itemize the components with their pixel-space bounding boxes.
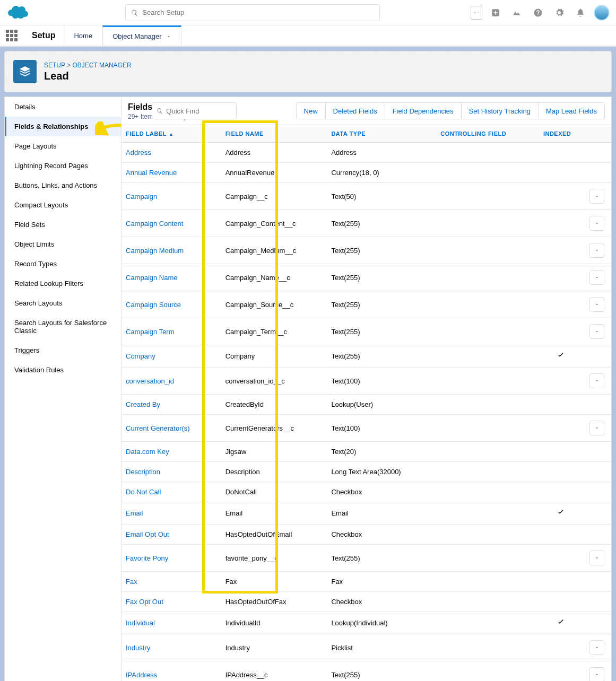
page-header: SETUP > OBJECT MANAGER Lead xyxy=(4,51,612,92)
global-actions-button[interactable] xyxy=(488,5,504,21)
sidebar-item-triggers[interactable]: Triggers xyxy=(5,340,121,360)
col-field-name[interactable]: Field Name xyxy=(221,125,327,143)
indexed-cell xyxy=(539,462,583,482)
sidebar-item-record-types[interactable]: Record Types xyxy=(5,254,121,274)
field-label-link[interactable]: Campaign Name xyxy=(126,274,178,282)
row-actions-menu[interactable] xyxy=(589,373,604,388)
app-launcher[interactable] xyxy=(0,25,23,46)
field-dependencies-button[interactable]: Field Dependencies xyxy=(385,103,461,119)
field-name-cell: Industry xyxy=(221,634,327,661)
breadcrumb-object-manager[interactable]: OBJECT MANAGER xyxy=(73,62,132,69)
field-label-link[interactable]: Campaign xyxy=(126,193,157,200)
controlling-field-cell xyxy=(436,545,539,572)
row-actions-menu[interactable] xyxy=(589,270,604,285)
sidebar-item-details[interactable]: Details xyxy=(5,97,121,117)
field-name-cell: Campaign_Term__c xyxy=(221,318,327,345)
data-type-cell: Text(255) xyxy=(327,237,436,264)
field-label-link[interactable]: IPAddress xyxy=(126,671,157,679)
field-label-link[interactable]: Data.com Key xyxy=(126,448,169,456)
sidebar-item-related-lookup-filters[interactable]: Related Lookup Filters xyxy=(5,274,121,293)
field-label-link[interactable]: Campaign Medium xyxy=(126,247,184,255)
quick-find[interactable] xyxy=(152,102,237,119)
field-label-link[interactable]: Company xyxy=(126,352,155,360)
field-label-link[interactable]: Industry xyxy=(126,644,150,652)
col-field-label[interactable]: Field Label▲ xyxy=(122,125,221,143)
row-actions-menu[interactable] xyxy=(589,216,604,231)
field-label-link[interactable]: Do Not Call xyxy=(126,488,161,496)
row-actions-menu[interactable] xyxy=(589,640,604,655)
quick-find-input[interactable] xyxy=(166,107,232,115)
indexed-cell xyxy=(539,264,583,291)
tab-object-manager[interactable]: Object Manager xyxy=(102,25,181,46)
breadcrumb-setup[interactable]: SETUP xyxy=(44,62,65,69)
sidebar-item-search-layouts-for-salesforce-classic[interactable]: Search Layouts for Salesforce Classic xyxy=(5,313,121,340)
sidebar-item-field-sets[interactable]: Field Sets xyxy=(5,215,121,234)
field-label-link[interactable]: Favorite Pony xyxy=(126,554,168,562)
sidebar-item-validation-rules[interactable]: Validation Rules xyxy=(5,360,121,380)
salesforce-logo[interactable] xyxy=(6,4,30,21)
controlling-field-cell xyxy=(436,210,539,237)
sidebar-item-object-limits[interactable]: Object Limits xyxy=(5,234,121,254)
controlling-field-cell xyxy=(436,442,539,462)
sidebar-item-fields-relationships[interactable]: Fields & Relationships xyxy=(5,117,121,136)
map-lead-fields-button[interactable]: Map Lead Fields xyxy=(538,103,604,119)
search-setup[interactable] xyxy=(125,4,380,21)
field-label-link[interactable]: Current Generator(s) xyxy=(126,424,190,432)
controlling-field-cell xyxy=(436,264,539,291)
indexed-cell xyxy=(539,237,583,264)
field-name-cell: Campaign__c xyxy=(221,183,327,210)
field-label-link[interactable]: Address xyxy=(126,149,151,156)
favorites-button[interactable] xyxy=(471,6,482,20)
sidebar-item-buttons-links-and-actions[interactable]: Buttons, Links, and Actions xyxy=(5,176,121,195)
search-icon xyxy=(157,107,163,115)
field-label-link[interactable]: Campaign Source xyxy=(126,301,181,309)
set-history-tracking-button[interactable]: Set History Tracking xyxy=(461,103,538,119)
col-indexed[interactable]: Indexed xyxy=(539,125,583,143)
tab-home[interactable]: Home xyxy=(64,25,102,46)
indexed-cell xyxy=(539,143,583,163)
field-label-link[interactable]: Email Opt Out xyxy=(126,530,169,538)
deleted-fields-button[interactable]: Deleted Fields xyxy=(325,103,385,119)
sidebar-item-compact-layouts[interactable]: Compact Layouts xyxy=(5,195,121,215)
col-data-type[interactable]: Data Type xyxy=(327,125,436,143)
sidebar-item-lightning-record-pages[interactable]: Lightning Record Pages xyxy=(5,156,121,176)
salesforce-help-button[interactable] xyxy=(509,5,525,21)
indexed-cell xyxy=(539,634,583,661)
indexed-cell xyxy=(539,612,583,634)
row-actions-menu[interactable] xyxy=(589,243,604,258)
data-type-cell: Text(255) xyxy=(327,345,436,368)
field-label-link[interactable]: Annual Revenue xyxy=(126,169,177,177)
row-actions-menu[interactable] xyxy=(589,667,604,681)
new-button[interactable]: New xyxy=(297,103,325,119)
row-actions-menu[interactable] xyxy=(589,551,604,565)
row-actions-menu[interactable] xyxy=(589,189,604,204)
field-label-link[interactable]: conversation_id xyxy=(126,377,174,385)
field-label-link[interactable]: Fax xyxy=(126,578,137,586)
field-label-link[interactable]: Campaign Content xyxy=(126,220,183,228)
user-avatar[interactable] xyxy=(594,5,610,21)
table-row: IndividualIndividualIdLookup(Individual) xyxy=(122,612,611,634)
indexed-cell xyxy=(539,210,583,237)
sidebar-item-search-layouts[interactable]: Search Layouts xyxy=(5,293,121,313)
col-controlling-field[interactable]: Controlling Field xyxy=(436,125,539,143)
search-input[interactable] xyxy=(142,8,374,16)
header-utility-icons xyxy=(471,5,610,21)
global-header xyxy=(0,0,616,25)
field-label-link[interactable]: Fax Opt Out xyxy=(126,598,163,606)
notifications-button[interactable] xyxy=(572,5,588,21)
field-label-link[interactable]: Email xyxy=(126,509,143,517)
row-actions-menu[interactable] xyxy=(589,421,604,435)
field-label-link[interactable]: Created By xyxy=(126,400,160,408)
field-label-link[interactable]: Individual xyxy=(126,619,155,627)
field-label-link[interactable]: Campaign Term xyxy=(126,328,175,336)
indexed-cell xyxy=(539,415,583,442)
indexed-cell xyxy=(539,525,583,545)
setup-gear-button[interactable] xyxy=(551,5,567,21)
fields-table: Field Label▲ Field Name Data Type Contro… xyxy=(122,125,611,681)
row-actions-menu[interactable] xyxy=(589,324,604,339)
help-button[interactable] xyxy=(530,5,546,21)
field-label-link[interactable]: Description xyxy=(126,468,160,476)
row-actions-menu[interactable] xyxy=(589,297,604,312)
sidebar-item-page-layouts[interactable]: Page Layouts xyxy=(5,136,121,156)
plus-icon xyxy=(491,8,500,18)
